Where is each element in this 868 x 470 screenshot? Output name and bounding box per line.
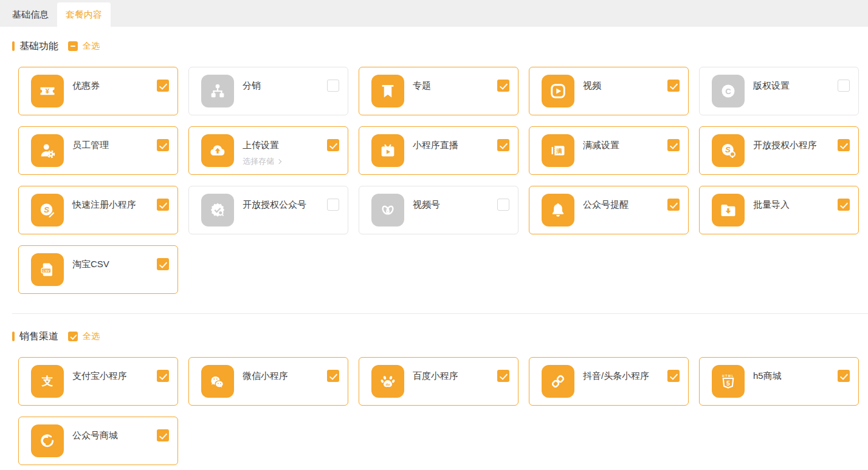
feature-checkbox[interactable] <box>497 80 509 92</box>
feature-card-label: 上传设置 <box>243 140 279 151</box>
quick-register-icon: S <box>31 194 64 226</box>
feature-checkbox[interactable] <box>157 80 169 92</box>
feature-card[interactable]: 上传设置选择存储 <box>188 126 348 175</box>
feature-card[interactable]: 支 支付宝小程序 <box>18 357 178 406</box>
video-channel-icon <box>371 194 404 226</box>
tab-package-content[interactable]: 套餐内容 <box>57 2 111 27</box>
wechat-icon <box>201 365 234 398</box>
coupon-icon: ¥ <box>31 75 64 107</box>
feature-checkbox[interactable] <box>838 370 850 382</box>
section-divider <box>12 313 868 314</box>
feature-card[interactable]: S 快速注册小程序 <box>18 186 178 234</box>
tab-basic-info[interactable]: 基础信息 <box>4 2 57 27</box>
storage-select-link[interactable]: 选择存储 <box>243 156 281 167</box>
feature-grid: 支 支付宝小程序 微信小程序 du 百度小程序 抖音/头条小程序 HTML5 h… <box>18 357 859 465</box>
distribution-icon <box>201 75 234 107</box>
feature-card[interactable]: 微信小程序 <box>188 357 348 406</box>
select-all-checkbox[interactable] <box>68 41 78 51</box>
feature-card-label: 公众号提醒 <box>583 199 629 211</box>
feature-card-label: 批量导入 <box>753 199 790 211</box>
feature-card-label: h5商城 <box>753 370 782 382</box>
feature-card[interactable]: 员工管理 <box>18 126 178 175</box>
feature-checkbox[interactable] <box>497 199 509 211</box>
section-accent-bar <box>12 332 15 341</box>
feature-card-label: 员工管理 <box>72 140 109 151</box>
feature-card-label: 百度小程序 <box>413 370 458 382</box>
feature-card[interactable]: ¥ 优惠券 <box>18 67 178 115</box>
feature-card[interactable]: CSV 淘宝CSV <box>18 245 178 294</box>
feature-card-label: 视频号 <box>413 199 440 211</box>
feature-card[interactable]: 视频号 <box>359 186 518 234</box>
feature-card-label: 淘宝CSV <box>72 259 109 270</box>
import-icon <box>712 194 745 226</box>
csv-icon: CSV <box>31 253 64 286</box>
feature-card[interactable]: S 开放授权小程序 <box>699 126 859 175</box>
section-accent-bar <box>12 41 15 51</box>
feature-checkbox[interactable] <box>838 199 850 211</box>
feature-card[interactable]: 抖音/头条小程序 <box>529 357 689 406</box>
feature-card[interactable]: 专题 <box>359 67 518 115</box>
feature-card-label: 快速注册小程序 <box>72 199 136 211</box>
feature-checkbox[interactable] <box>327 139 339 151</box>
tab-bar: 基础信息 套餐内容 <box>0 0 868 27</box>
feature-checkbox[interactable] <box>157 258 169 270</box>
feature-checkbox[interactable] <box>838 80 850 92</box>
feature-card-label: 抖音/头条小程序 <box>583 370 649 382</box>
package-content-panel: 基础功能 全选 ¥ 优惠券 分销 专题 视频 C 版权设置 员工管理 上传设置选… <box>0 39 868 465</box>
section-header: 基础功能 全选 <box>12 39 868 53</box>
feature-card-label: 小程序直播 <box>413 140 458 151</box>
svg-text:HTML: HTML <box>722 374 734 378</box>
feature-checkbox[interactable] <box>157 429 169 441</box>
svg-text:du: du <box>386 383 390 386</box>
staff-icon <box>31 134 64 167</box>
svg-text:S: S <box>44 205 49 214</box>
feature-card[interactable]: 视频 <box>529 67 689 115</box>
feature-checkbox[interactable] <box>667 80 680 92</box>
feature-checkbox[interactable] <box>667 199 680 211</box>
feature-card-label: 公众号商城 <box>72 430 118 441</box>
feature-card[interactable]: du 百度小程序 <box>359 357 518 406</box>
select-all-checkbox[interactable] <box>68 332 78 341</box>
douyin-icon <box>542 365 574 398</box>
alipay-icon: 支 <box>31 365 64 398</box>
copyright-icon: C <box>712 75 745 107</box>
feature-grid: ¥ 优惠券 分销 专题 视频 C 版权设置 员工管理 上传设置选择存储 小程序直… <box>18 67 859 294</box>
feature-checkbox[interactable] <box>157 199 169 211</box>
feature-checkbox[interactable] <box>327 80 339 92</box>
section-title: 销售渠道 <box>19 330 58 343</box>
feature-card-label: 专题 <box>413 80 431 92</box>
feature-checkbox[interactable] <box>327 370 339 382</box>
select-all-label[interactable]: 全选 <box>83 41 100 52</box>
feature-card-label: 优惠券 <box>72 80 100 92</box>
feature-card-label: 版权设置 <box>753 80 790 92</box>
feature-card-label: 开放授权小程序 <box>753 140 817 151</box>
svg-text:支: 支 <box>41 375 53 387</box>
feature-checkbox[interactable] <box>157 139 169 151</box>
feature-checkbox[interactable] <box>497 370 509 382</box>
feature-card[interactable]: 开放授权公众号 <box>188 186 348 234</box>
feature-checkbox[interactable] <box>667 370 680 382</box>
feature-checkbox[interactable] <box>667 139 680 151</box>
section-title: 基础功能 <box>19 40 58 53</box>
feature-card[interactable]: 公众号商城 <box>18 417 178 465</box>
svg-text:C: C <box>725 87 731 96</box>
open-auth-mini-icon: S <box>712 134 745 167</box>
select-all-label[interactable]: 全选 <box>83 331 100 342</box>
mp-mall-icon <box>31 424 64 457</box>
feature-card[interactable]: 满 满减设置 <box>529 126 689 175</box>
video-icon <box>542 75 574 107</box>
feature-checkbox[interactable] <box>497 139 509 151</box>
feature-checkbox[interactable] <box>157 370 169 382</box>
feature-card[interactable]: 公众号提醒 <box>529 186 689 234</box>
feature-checkbox[interactable] <box>838 139 850 151</box>
feature-card-label: 分销 <box>243 80 261 92</box>
feature-card[interactable]: 批量导入 <box>699 186 859 234</box>
feature-card-label: 视频 <box>583 80 601 92</box>
feature-card[interactable]: HTML5 h5商城 <box>699 357 859 406</box>
feature-card[interactable]: C 版权设置 <box>699 67 859 115</box>
feature-card[interactable]: 小程序直播 <box>359 126 518 175</box>
feature-card-label: 微信小程序 <box>243 370 288 382</box>
feature-checkbox[interactable] <box>327 199 339 211</box>
bell-icon <box>542 194 574 226</box>
feature-card[interactable]: 分销 <box>188 67 348 115</box>
